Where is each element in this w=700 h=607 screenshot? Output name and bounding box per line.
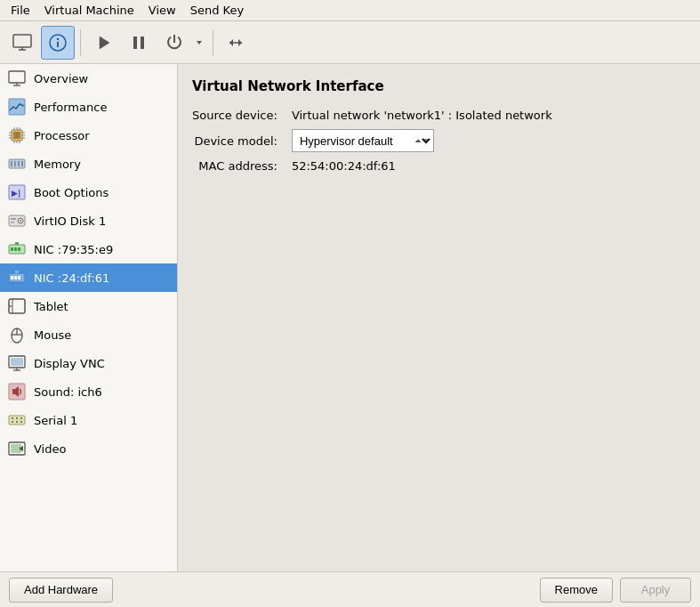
svg-rect-45 <box>14 247 17 251</box>
sidebar-item-overview[interactable]: Overview <box>0 64 177 93</box>
sidebar-item-sound[interactable]: Sound: ich6 <box>0 377 177 406</box>
svg-point-55 <box>10 305 12 307</box>
svg-rect-8 <box>141 36 144 49</box>
menu-send-key[interactable]: Send Key <box>183 2 251 19</box>
sidebar-item-processor-label: Processor <box>34 129 90 142</box>
sidebar-item-sound-label: Sound: ich6 <box>34 385 102 399</box>
svg-marker-9 <box>197 41 202 45</box>
svg-marker-12 <box>229 39 233 46</box>
sidebar-item-memory[interactable]: Memory <box>0 150 177 178</box>
action-buttons: Remove Apply <box>540 578 691 603</box>
sidebar-item-tablet[interactable]: Tablet <box>0 292 177 320</box>
svg-point-69 <box>12 421 13 423</box>
svg-text:▶|: ▶| <box>12 189 20 198</box>
monitor-icon <box>12 32 33 53</box>
toolbar-sep-2 <box>213 29 213 56</box>
menu-view[interactable]: View <box>141 2 183 19</box>
form-table: Source device: Virtual network 'network1… <box>192 109 686 173</box>
info-icon <box>47 32 68 53</box>
sidebar-item-virtio-disk-1-label: VirtIO Disk 1 <box>34 214 106 228</box>
svg-rect-13 <box>9 71 25 83</box>
svg-marker-11 <box>238 39 242 46</box>
play-icon <box>93 32 114 53</box>
sidebar-item-nic-24[interactable]: NIC :24:df:61 <box>0 263 177 292</box>
power-dropdown-btn[interactable] <box>191 26 207 60</box>
sidebar-item-nic-79-label: NIC :79:35:e9 <box>34 243 113 256</box>
device-model-select-wrapper: Hypervisor default virtio e1000 rtl8139 <box>292 129 434 152</box>
svg-point-71 <box>20 421 22 423</box>
sidebar-item-overview-label: Overview <box>34 72 88 85</box>
sidebar-item-display-vnc[interactable]: Display VNC <box>0 349 177 377</box>
content-title: Virtual Network Interface <box>192 78 686 94</box>
sidebar-item-tablet-label: Tablet <box>34 300 68 313</box>
power-toolbar-btn[interactable] <box>157 26 191 60</box>
sidebar-item-nic-79[interactable]: NIC :79:35:e9 <box>0 235 177 263</box>
sidebar-item-performance[interactable]: Performance <box>0 93 177 121</box>
sidebar-item-boot-options[interactable]: ▶| Boot Options <box>0 178 177 206</box>
nic-icon-1 <box>7 239 27 259</box>
svg-rect-62 <box>11 358 23 366</box>
sidebar-item-serial-1[interactable]: Serial 1 <box>0 406 177 434</box>
svg-rect-51 <box>18 276 20 279</box>
display-icon <box>7 353 27 373</box>
svg-rect-50 <box>14 276 17 279</box>
main-area: Overview Performance Processor Memory <box>0 64 700 571</box>
chevron-down-icon <box>195 38 204 47</box>
sidebar-item-mouse-label: Mouse <box>34 328 71 342</box>
svg-point-40 <box>20 220 21 222</box>
source-device-value: Virtual network 'network1' : Isolated ne… <box>292 109 686 122</box>
info-toolbar-btn[interactable] <box>41 26 75 60</box>
menubar: File Virtual Machine View Send Key <box>0 0 700 21</box>
svg-rect-52 <box>15 271 19 273</box>
toolbar <box>0 21 700 64</box>
sidebar: Overview Performance Processor Memory <box>0 64 178 571</box>
disk-icon <box>7 211 27 231</box>
sidebar-item-video[interactable]: Video <box>0 434 177 463</box>
svg-rect-65 <box>9 416 25 425</box>
svg-rect-34 <box>18 161 20 166</box>
sidebar-item-display-vnc-label: Display VNC <box>34 357 105 370</box>
nic-icon-2 <box>7 268 27 287</box>
menu-virtual-machine[interactable]: Virtual Machine <box>37 2 141 19</box>
remove-button[interactable]: Remove <box>540 578 613 603</box>
device-model-value: Hypervisor default virtio e1000 rtl8139 <box>292 129 686 152</box>
svg-point-67 <box>16 417 18 419</box>
video-icon <box>7 439 27 458</box>
migrate-toolbar-btn[interactable] <box>219 26 253 60</box>
svg-rect-32 <box>11 161 12 166</box>
power-btn-group <box>157 26 207 60</box>
content-area: Virtual Network Interface Source device:… <box>178 64 700 571</box>
svg-rect-44 <box>11 247 13 251</box>
add-hardware-button[interactable]: Add Hardware <box>9 578 113 603</box>
processor-icon <box>7 125 27 145</box>
memory-icon <box>7 154 27 174</box>
overview-toolbar-btn[interactable] <box>5 26 39 60</box>
mac-address-value: 52:54:00:24:df:61 <box>292 159 686 173</box>
power-icon <box>164 32 185 53</box>
svg-rect-38 <box>9 215 25 226</box>
svg-rect-49 <box>11 276 13 279</box>
sidebar-item-mouse[interactable]: Mouse <box>0 320 177 349</box>
svg-rect-18 <box>13 132 20 139</box>
device-model-label: Device model: <box>192 134 281 148</box>
pause-toolbar-btn[interactable] <box>122 26 156 60</box>
sidebar-item-processor[interactable]: Processor <box>0 121 177 150</box>
menu-file[interactable]: File <box>4 2 37 19</box>
apply-button[interactable]: Apply <box>620 578 691 603</box>
svg-marker-6 <box>100 36 109 49</box>
device-model-select[interactable]: Hypervisor default virtio e1000 rtl8139 <box>292 129 434 152</box>
pause-icon <box>128 32 149 53</box>
svg-rect-46 <box>18 247 20 251</box>
sidebar-item-boot-options-label: Boot Options <box>34 186 109 199</box>
sidebar-item-virtio-disk-1[interactable]: VirtIO Disk 1 <box>0 206 177 235</box>
overview-icon <box>7 69 27 88</box>
run-toolbar-btn[interactable] <box>86 26 120 60</box>
svg-rect-47 <box>15 242 19 245</box>
sidebar-item-serial-1-label: Serial 1 <box>34 414 77 427</box>
sound-icon <box>7 382 27 401</box>
mouse-icon <box>7 325 27 344</box>
arrows-icon <box>225 32 246 53</box>
serial-icon <box>7 410 27 430</box>
svg-rect-7 <box>133 36 137 49</box>
source-device-label: Source device: <box>192 109 281 122</box>
